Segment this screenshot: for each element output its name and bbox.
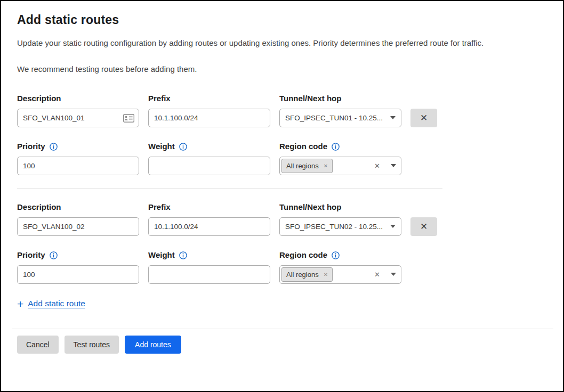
chevron-down-icon	[391, 164, 396, 167]
plus-icon: +	[17, 298, 23, 309]
info-icon[interactable]	[179, 143, 187, 151]
test-routes-button[interactable]: Test routes	[65, 336, 119, 354]
description-label: Description	[17, 93, 139, 104]
remove-route-button[interactable]: ✕	[410, 109, 437, 127]
clear-selection-icon[interactable]: ✕	[374, 271, 380, 279]
weight-label: Weight	[148, 250, 270, 260]
region-tag: All regions ✕	[281, 159, 333, 173]
description-input[interactable]	[17, 217, 139, 236]
region-multiselect[interactable]: All regions ✕ ✕	[279, 157, 401, 175]
route1-main-row: Description	[17, 93, 442, 127]
route2-description-field: Description	[17, 202, 139, 236]
prefix-label: Prefix	[148, 202, 270, 213]
tunnel-label: Tunnel/Next hop	[279, 202, 401, 213]
region-multiselect[interactable]: All regions ✕ ✕	[279, 265, 401, 284]
route1-secondary-row: Priority Weight	[17, 141, 442, 175]
route2-tunnel-field: Tunnel/Next hop SFO_IPSEC_TUN02 - 10.25.…	[279, 202, 401, 236]
add-static-route-row: + Add static route	[17, 298, 442, 309]
weight-input[interactable]	[148, 265, 270, 284]
recommendation-text: We recommend testing routes before addin…	[17, 64, 548, 75]
info-icon[interactable]	[50, 251, 58, 259]
footer-divider	[12, 329, 553, 329]
chevron-down-icon	[390, 225, 396, 228]
info-icon[interactable]	[332, 251, 340, 259]
info-icon[interactable]	[332, 143, 340, 151]
weight-input[interactable]	[148, 157, 270, 175]
info-icon[interactable]	[179, 251, 187, 259]
route1-weight-field: Weight	[148, 141, 270, 175]
route1-description-field: Description	[17, 93, 139, 127]
intro-text: Update your static routing configuration…	[17, 38, 548, 48]
description-input[interactable]	[17, 109, 139, 127]
route1-tunnel-field: Tunnel/Next hop SFO_IPSEC_TUN01 - 10.25.…	[279, 93, 401, 127]
weight-label: Weight	[148, 141, 270, 152]
route2-secondary-row: Priority Weight	[17, 250, 442, 284]
clear-selection-icon[interactable]: ✕	[374, 162, 380, 170]
priority-input[interactable]	[17, 157, 139, 175]
route1-priority-field: Priority	[17, 141, 139, 175]
add-static-routes-dialog: Add static routes Update your static rou…	[1, 1, 563, 354]
route2-priority-field: Priority	[17, 250, 139, 284]
region-tag: All regions ✕	[281, 267, 333, 282]
priority-input[interactable]	[17, 265, 139, 284]
priority-label: Priority	[17, 141, 139, 152]
route1-prefix-field: Prefix	[148, 93, 270, 127]
remove-route-button[interactable]: ✕	[410, 217, 437, 236]
route1-region-field: Region code All regions ✕	[279, 141, 401, 175]
tunnel-select[interactable]: SFO_IPSEC_TUN02 - 10.25...	[279, 217, 401, 236]
page-title: Add static routes	[17, 13, 548, 27]
tunnel-select[interactable]: SFO_IPSEC_TUN01 - 10.25...	[279, 109, 401, 127]
section-divider	[17, 189, 442, 189]
chevron-down-icon	[391, 273, 396, 276]
route2-weight-field: Weight	[148, 250, 270, 284]
footer-actions: Cancel Test routes Add routes	[17, 336, 548, 354]
route2-main-row: Description Prefix Tunnel/Next hop SFO_I	[17, 202, 442, 236]
prefix-input[interactable]	[148, 217, 270, 236]
tag-remove-icon[interactable]: ✕	[324, 163, 328, 169]
route2-region-field: Region code All regions ✕	[279, 250, 401, 284]
prefix-label: Prefix	[148, 93, 270, 104]
info-icon[interactable]	[50, 143, 58, 151]
prefix-input[interactable]	[148, 109, 270, 127]
region-code-label: Region code	[279, 250, 401, 260]
routes-form: Description	[17, 93, 442, 309]
route2-prefix-field: Prefix	[148, 202, 270, 236]
tunnel-label: Tunnel/Next hop	[279, 93, 401, 104]
add-static-route-link[interactable]: Add static route	[28, 299, 85, 308]
priority-label: Priority	[17, 250, 139, 260]
add-routes-button[interactable]: Add routes	[125, 336, 181, 354]
route-editor-2: Description Prefix Tunnel/Next hop SFO_I	[17, 202, 442, 284]
autofill-contact-card-icon[interactable]	[123, 114, 134, 123]
cancel-button[interactable]: Cancel	[17, 336, 59, 354]
route-editor-1: Description	[17, 93, 442, 175]
description-label: Description	[17, 202, 139, 213]
region-code-label: Region code	[279, 141, 401, 152]
chevron-down-icon	[390, 116, 396, 119]
tag-remove-icon[interactable]: ✕	[324, 272, 328, 277]
